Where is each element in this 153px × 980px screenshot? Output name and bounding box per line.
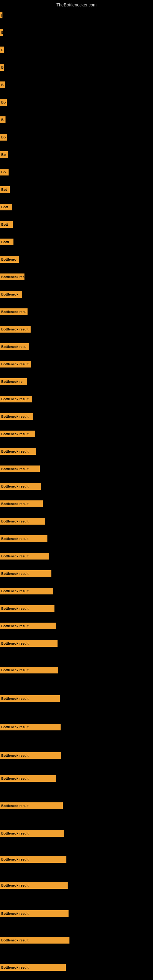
bar-item-41: Bottleneck result [0, 752, 61, 759]
bar-item-14: Bottl [0, 239, 13, 245]
bar-item-1: | [0, 12, 2, 18]
bar-label-33: Bottleneck result [0, 570, 51, 577]
bar-label-4: B [0, 64, 4, 71]
bar-label-22: Bottleneck re [0, 378, 27, 385]
bar-label-17: Bottleneck [0, 291, 22, 298]
bar-label-41: Bottleneck result [0, 752, 61, 759]
bar-item-28: Bottleneck result [0, 483, 41, 490]
bar-item-10: Bo [0, 169, 9, 175]
bar-label-26: Bottleneck result [0, 448, 36, 455]
bar-label-5: B [0, 81, 5, 88]
bar-label-32: Bottleneck result [0, 553, 49, 560]
bar-label-38: Bottleneck result [0, 667, 58, 673]
bar-item-33: Bottleneck result [0, 570, 51, 577]
bar-item-46: Bottleneck result [0, 882, 68, 889]
bar-label-13: Bott [0, 221, 13, 228]
bar-item-13: Bott [0, 221, 13, 228]
bar-label-15: Bottlenec [0, 256, 19, 263]
bar-label-37: Bottleneck result [0, 640, 57, 647]
bar-label-42: Bottleneck result [0, 775, 56, 782]
bar-item-39: Bottleneck result [0, 695, 60, 702]
bar-item-12: Bott [0, 204, 12, 210]
bar-item-34: Bottleneck result [0, 588, 53, 595]
bar-item-38: Bottleneck result [0, 667, 58, 673]
bar-label-46: Bottleneck result [0, 882, 68, 889]
bar-item-20: Bottleneck resu [0, 343, 29, 350]
bar-label-14: Bottl [0, 239, 13, 245]
bar-label-12: Bott [0, 204, 12, 210]
bar-item-23: Bottleneck result [0, 396, 32, 402]
bar-label-7: B [0, 116, 5, 123]
site-title: TheBottlenecker.com [56, 2, 97, 7]
bar-label-21: Bottleneck result [0, 361, 31, 368]
bar-item-32: Bottleneck result [0, 553, 49, 560]
bar-label-24: Bottleneck result [0, 413, 33, 420]
bar-label-3: E [0, 46, 4, 53]
bar-item-22: Bottleneck re [0, 378, 27, 385]
bar-label-36: Bottleneck result [0, 623, 56, 629]
bar-label-10: Bo [0, 169, 9, 175]
bar-label-25: Bottleneck result [0, 431, 35, 438]
bar-label-19: Bottleneck result [0, 326, 30, 332]
bar-label-28: Bottleneck result [0, 483, 41, 490]
bar-label-18: Bottleneck resu [0, 309, 27, 315]
bar-label-43: Bottleneck result [0, 802, 63, 809]
bar-label-16: Bottleneck res [0, 274, 24, 280]
bar-item-47: Bottleneck result [0, 910, 69, 917]
bar-item-45: Bottleneck result [0, 856, 66, 863]
bar-item-36: Bottleneck result [0, 623, 56, 629]
bar-item-3: E [0, 46, 4, 53]
bar-label-27: Bottleneck result [0, 466, 40, 472]
bar-item-19: Bottleneck result [0, 326, 30, 332]
bar-item-35: Bottleneck result [0, 605, 54, 612]
bar-label-9: Bo [0, 151, 8, 158]
bar-item-29: Bottleneck result [0, 500, 43, 507]
bar-item-48: Bottleneck result [0, 937, 70, 943]
bar-label-48: Bottleneck result [0, 937, 70, 943]
bar-item-27: Bottleneck result [0, 466, 40, 472]
bar-label-2: E [0, 29, 3, 36]
bar-label-1: | [0, 12, 2, 18]
bar-label-29: Bottleneck result [0, 500, 43, 507]
bar-item-31: Bottleneck result [0, 535, 48, 542]
bar-item-21: Bottleneck result [0, 361, 31, 368]
bar-item-5: B [0, 81, 5, 88]
bar-label-30: Bottleneck result [0, 518, 45, 525]
bar-label-6: Bo [0, 99, 7, 106]
bar-item-7: B [0, 116, 5, 123]
bar-item-9: Bo [0, 151, 8, 158]
bar-label-45: Bottleneck result [0, 856, 66, 863]
bar-label-11: Bot [0, 186, 10, 193]
bar-item-18: Bottleneck resu [0, 309, 27, 315]
bar-item-42: Bottleneck result [0, 775, 56, 782]
bar-label-47: Bottleneck result [0, 910, 69, 917]
bar-label-44: Bottleneck result [0, 830, 64, 837]
bar-item-11: Bot [0, 186, 10, 193]
bar-item-16: Bottleneck res [0, 274, 24, 280]
bar-label-40: Bottleneck result [0, 724, 61, 730]
bar-label-23: Bottleneck result [0, 396, 32, 402]
bar-item-25: Bottleneck result [0, 431, 35, 438]
bar-label-31: Bottleneck result [0, 535, 48, 542]
bar-item-26: Bottleneck result [0, 448, 36, 455]
bar-item-4: B [0, 64, 4, 71]
bar-item-49: Bottleneck result [0, 964, 66, 971]
bar-item-17: Bottleneck [0, 291, 22, 298]
bar-item-43: Bottleneck result [0, 802, 63, 809]
bar-item-24: Bottleneck result [0, 413, 33, 420]
bar-item-37: Bottleneck result [0, 640, 57, 647]
bar-label-8: Bo [0, 134, 7, 140]
bar-item-44: Bottleneck result [0, 830, 64, 837]
bar-label-35: Bottleneck result [0, 605, 54, 612]
bar-item-40: Bottleneck result [0, 724, 61, 730]
bar-label-20: Bottleneck resu [0, 343, 29, 350]
bar-label-34: Bottleneck result [0, 588, 53, 595]
bar-item-8: Bo [0, 134, 7, 140]
bar-label-49: Bottleneck result [0, 964, 66, 971]
bar-label-39: Bottleneck result [0, 695, 60, 702]
bar-item-15: Bottlenec [0, 256, 19, 263]
bar-item-30: Bottleneck result [0, 518, 45, 525]
bar-item-2: E [0, 29, 3, 36]
bar-item-6: Bo [0, 99, 7, 106]
